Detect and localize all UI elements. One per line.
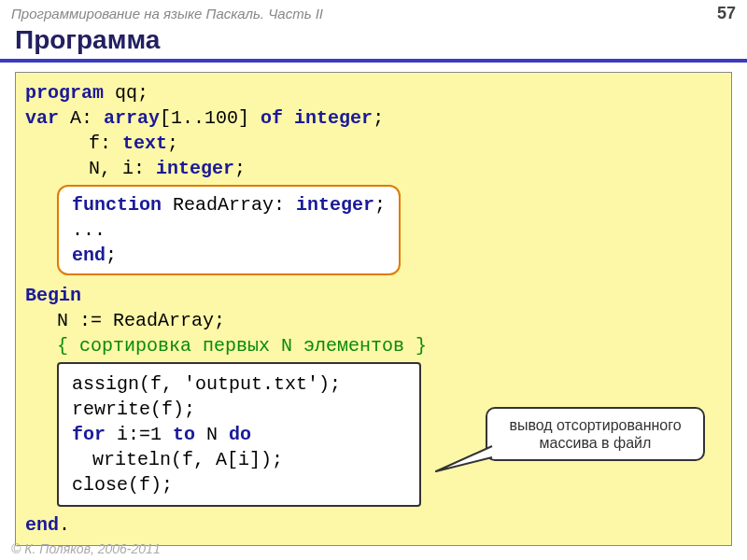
code-comment: { сортировка первых N элементов }	[25, 333, 722, 358]
code-line: function ReadArray: integer;	[72, 192, 386, 217]
page-number: 57	[717, 4, 736, 23]
code-line: for i:=1 to N do	[72, 422, 406, 447]
code-line: N, i: integer;	[25, 156, 722, 181]
code-line: Begin	[25, 283, 722, 308]
slide-title: Программа	[0, 23, 747, 63]
output-block-box: assign(f, 'output.txt'); rewrite(f); for…	[57, 362, 421, 507]
breadcrumb: Программирование на языке Паскаль. Часть…	[11, 6, 323, 21]
code-line: end;	[72, 243, 386, 268]
code-line: N := ReadArray;	[25, 308, 722, 333]
code-line: program qq;	[25, 80, 722, 105]
function-decl-box: function ReadArray: integer; ... end;	[57, 185, 401, 275]
code-block: program qq; var A: array[1..100] of inte…	[15, 72, 732, 546]
code-line: rewrite(f);	[72, 397, 406, 422]
code-line: f: text;	[25, 131, 722, 156]
callout-tail-icon	[431, 439, 497, 476]
callout-text: массива в файл	[497, 434, 694, 452]
callout-text: вывод отсортированного	[497, 416, 694, 434]
slide-header: Программирование на языке Паскаль. Часть…	[0, 0, 747, 23]
code-line: ...	[72, 217, 386, 243]
code-line: var A: array[1..100] of integer;	[25, 105, 722, 131]
code-line: writeln(f, A[i]);	[72, 447, 406, 472]
code-line: close(f);	[72, 472, 406, 497]
code-line: end.	[25, 512, 722, 538]
callout-box: вывод отсортированного массива в файл	[486, 407, 705, 461]
footer-copyright: © К. Поляков, 2006-2011	[11, 541, 161, 556]
code-line: assign(f, 'output.txt');	[72, 371, 406, 397]
